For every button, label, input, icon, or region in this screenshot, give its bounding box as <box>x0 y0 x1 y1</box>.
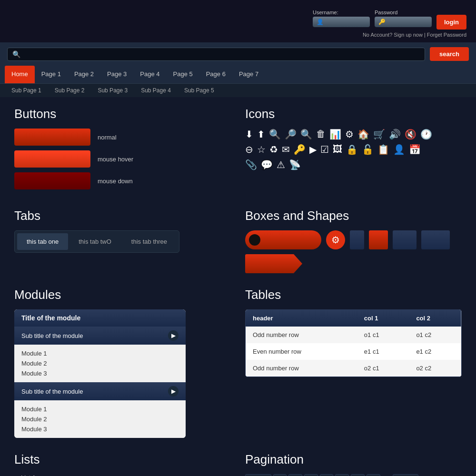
list-item-main: ▶ List 1 <box>14 474 231 476</box>
tab-one[interactable]: this tab one <box>17 233 68 250</box>
sub-nav: Sub Page 1 Sub Page 2 Sub Page 3 Sub Pag… <box>0 84 476 97</box>
nav-item-page6[interactable]: Page 6 <box>199 66 232 83</box>
button-hover[interactable] <box>14 150 90 168</box>
search-icon: 🔍 <box>12 50 20 58</box>
list-item-label: List 1 <box>21 474 36 476</box>
image-icon[interactable]: 🖼 <box>333 144 342 155</box>
buttons-section: Buttons normal mouse hover mouse down <box>14 107 231 194</box>
lock-open-icon[interactable]: 🔓 <box>362 144 374 155</box>
arrow-up-icon[interactable]: ⬆ <box>257 129 265 140</box>
doc-icon[interactable]: 📋 <box>377 144 389 155</box>
star-icon[interactable]: ☆ <box>257 144 266 155</box>
tab-two[interactable]: this tab twO <box>69 233 121 250</box>
check-icon[interactable]: ☑ <box>320 144 329 155</box>
btn-label-down: mouse down <box>98 178 133 185</box>
btn-row-hover: mouse hover <box>14 150 231 168</box>
mute-icon[interactable]: 🔇 <box>405 129 416 140</box>
play-icon[interactable]: ▶ <box>309 144 317 155</box>
zoom-out-icon[interactable]: 🔎 <box>285 129 297 140</box>
button-normal[interactable] <box>14 129 90 146</box>
mail-icon[interactable]: ✉ <box>282 144 290 155</box>
nav-item-page4[interactable]: Page 4 <box>133 66 166 83</box>
table-row: Odd number row o2 c1 o2 c2 <box>246 360 461 377</box>
table-cell-row1-c2: o1 c2 <box>409 327 461 343</box>
search-input-wrap[interactable]: 🔍 <box>7 48 425 61</box>
pagination-section: Pagination PREV 1 2 3 4 5 6 7 ... NEXT <box>245 452 462 476</box>
table-container: header col 1 col 2 Odd number row o1 c1 … <box>245 309 462 377</box>
search-button[interactable]: search <box>430 47 469 61</box>
lock-closed-icon[interactable]: 🔒 <box>346 144 358 155</box>
nav-item-page1[interactable]: Page 1 <box>35 66 68 83</box>
search-input[interactable] <box>23 50 420 58</box>
pagination-page-4[interactable]: 4 <box>320 474 334 476</box>
module-expand-btn-2[interactable]: ▶ <box>168 386 178 397</box>
username-input-wrap[interactable]: 👤 <box>313 17 370 27</box>
password-input-wrap[interactable]: 🔑 <box>375 17 432 27</box>
nav-item-page5[interactable]: Page 5 <box>167 66 199 83</box>
module-item-1-2: Module 2 <box>21 358 178 368</box>
nav-item-page3[interactable]: Page 3 <box>100 66 133 83</box>
nav-item-home[interactable]: Home <box>5 66 35 83</box>
home-icon[interactable]: 🏠 <box>357 129 369 140</box>
volume-icon[interactable]: 🔊 <box>389 129 401 140</box>
sub-nav-item-2[interactable]: Sub Page 2 <box>48 84 91 97</box>
pagination-page-1[interactable]: 1 <box>273 474 287 476</box>
calendar-icon[interactable]: 📅 <box>409 144 421 155</box>
cart-icon[interactable]: 🛒 <box>373 129 385 140</box>
pagination-page-6[interactable]: 6 <box>351 474 365 476</box>
module-item-2-2: Module 2 <box>21 414 178 424</box>
table-col-2-header: col 2 <box>409 310 461 327</box>
key-icon[interactable]: 🔑 <box>294 144 306 155</box>
table-cell-row1-c1: o1 c1 <box>357 327 409 343</box>
sub-nav-item-5[interactable]: Sub Page 5 <box>178 84 221 97</box>
arrow-down-icon[interactable]: ⬇ <box>245 129 253 140</box>
nav-item-page2[interactable]: Page 2 <box>68 66 100 83</box>
login-links: No Account? Sign up now | Forget Passwor… <box>363 32 466 38</box>
minus-icon[interactable]: ⊖ <box>245 144 253 155</box>
main-nav: Home Page 1 Page 2 Page 3 Page 4 Page 5 … <box>0 66 476 84</box>
pagination-page-2[interactable]: 2 <box>288 474 302 476</box>
pagination-page-5[interactable]: 5 <box>335 474 349 476</box>
tables-section: Tables header col 1 col 2 Odd number row… <box>245 288 462 438</box>
settings-icon[interactable]: ⚙ <box>345 129 354 140</box>
table-cell-row3-c2: o2 c2 <box>409 360 461 377</box>
tabs-section: Tabs this tab one this tab twO this tab … <box>14 208 231 273</box>
table-cell-row2-c1: e1 c1 <box>357 343 409 360</box>
sub-nav-item-4[interactable]: Sub Page 4 <box>134 84 178 97</box>
chat-icon[interactable]: 💬 <box>261 159 273 170</box>
sub-nav-item-1[interactable]: Sub Page 1 <box>5 84 48 97</box>
nav-item-page7[interactable]: Page 7 <box>232 66 265 83</box>
tab-three[interactable]: this tab three <box>122 233 177 250</box>
recycle-icon[interactable]: ♻ <box>269 144 278 155</box>
pagination-page-7[interactable]: 7 <box>367 474 380 476</box>
table-col-1-header: col 1 <box>357 310 409 327</box>
user-icon: 👤 <box>317 19 324 25</box>
table-cell-row1-name: Odd number row <box>246 327 357 343</box>
sub-nav-item-3[interactable]: Sub Page 3 <box>91 84 134 97</box>
login-button[interactable]: login <box>436 15 466 30</box>
password-input[interactable] <box>387 19 428 25</box>
module-expand-btn-1[interactable]: ▶ <box>168 330 178 341</box>
lists-section: Lists ▶ List 1 ● Sub List 1 ● Sub List 1 <box>14 452 231 476</box>
bar-chart-icon[interactable]: 📊 <box>329 129 341 140</box>
user-icon2[interactable]: 👤 <box>393 144 405 155</box>
table-col-header: header <box>246 310 357 327</box>
pagination-page-3[interactable]: 3 <box>304 474 318 476</box>
warning-icon[interactable]: ⚠ <box>277 159 285 170</box>
username-input[interactable] <box>326 19 366 25</box>
table-head: header col 1 col 2 <box>246 310 461 327</box>
table-header-row: header col 1 col 2 <box>246 310 461 327</box>
search-icon2[interactable]: 🔍 <box>300 129 312 140</box>
module-subheader-label-1: Sub title of the module <box>21 332 83 339</box>
btn-row-down: mouse down <box>14 172 231 189</box>
search-bar: 🔍 search <box>0 42 476 66</box>
trash-icon[interactable]: 🗑 <box>316 129 326 140</box>
rss-icon[interactable]: 📡 <box>289 159 301 170</box>
pagination-next[interactable]: NEXT <box>393 474 418 476</box>
zoom-in-icon[interactable]: 🔍 <box>269 129 281 140</box>
button-down[interactable] <box>14 172 90 189</box>
module-item-1-3: Module 3 <box>21 368 178 378</box>
clip-icon[interactable]: 📎 <box>245 159 257 170</box>
pagination-prev[interactable]: PREV <box>245 474 271 476</box>
clock-icon[interactable]: 🕐 <box>420 129 432 140</box>
